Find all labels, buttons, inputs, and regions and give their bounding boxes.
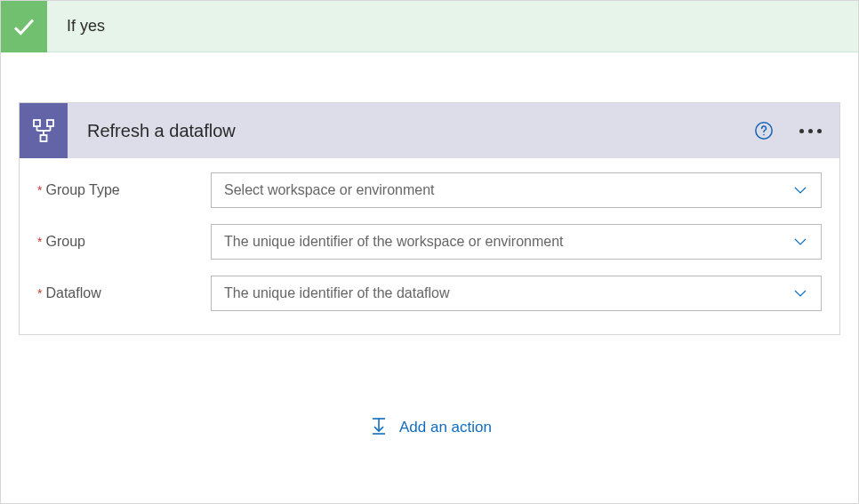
add-action-button[interactable]: Add an action (367, 414, 492, 441)
group-type-dropdown[interactable]: Select workspace or environment (211, 172, 822, 208)
required-asterisk: * (37, 183, 42, 197)
condition-branch-container: If yes Refresh a dataflow (0, 0, 859, 504)
field-row-dataflow: * Dataflow The unique identifier of the … (37, 276, 822, 311)
svg-rect-2 (41, 135, 47, 141)
svg-rect-1 (47, 120, 53, 126)
dataflow-icon (20, 103, 68, 158)
field-row-group: * Group The unique identifier of the wor… (37, 224, 822, 260)
svg-rect-0 (34, 120, 40, 126)
checkmark-icon (1, 1, 47, 52)
add-action-label: Add an action (399, 419, 492, 436)
action-form: * Group Type Select workspace or environ… (20, 158, 839, 334)
group-dropdown[interactable]: The unique identifier of the workspace o… (211, 224, 822, 260)
field-label-text: Dataflow (45, 285, 100, 301)
field-label: * Group Type (37, 182, 211, 198)
condition-title: If yes (67, 17, 105, 36)
condition-header[interactable]: If yes (1, 1, 858, 52)
dropdown-placeholder: The unique identifier of the workspace o… (224, 234, 792, 250)
dropdown-placeholder: Select workspace or environment (224, 182, 792, 198)
dropdown-placeholder: The unique identifier of the dataflow (224, 285, 792, 301)
field-label-text: Group (45, 234, 84, 250)
more-menu-icon[interactable] (799, 129, 822, 133)
field-label: * Group (37, 234, 211, 250)
required-asterisk: * (37, 286, 42, 300)
field-label-text: Group Type (45, 182, 119, 198)
chevron-down-icon (792, 182, 808, 198)
dataflow-dropdown[interactable]: The unique identifier of the dataflow (211, 276, 822, 311)
required-asterisk: * (37, 235, 42, 249)
action-header[interactable]: Refresh a dataflow (20, 103, 839, 158)
action-title: Refresh a dataflow (87, 121, 753, 141)
field-row-group-type: * Group Type Select workspace or environ… (37, 172, 822, 208)
field-label: * Dataflow (37, 285, 211, 301)
svg-point-8 (763, 134, 765, 136)
action-card: Refresh a dataflow * Group Type Sele (19, 102, 840, 335)
add-action-icon (367, 414, 390, 441)
chevron-down-icon (792, 285, 808, 301)
help-icon[interactable] (753, 120, 775, 141)
chevron-down-icon (792, 234, 808, 250)
